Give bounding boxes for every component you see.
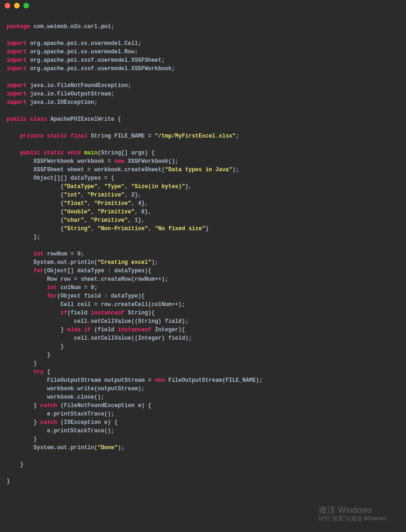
- string: "Primitive": [97, 209, 134, 215]
- type: Integer: [155, 327, 178, 333]
- string: "String": [64, 226, 91, 232]
- minimize-icon[interactable]: [14, 3, 20, 8]
- ident: workbook: [47, 386, 74, 392]
- type: Row: [47, 276, 57, 283]
- string: "Data types in Java": [165, 167, 232, 173]
- ident: row: [60, 276, 71, 283]
- activate-subtitle: 转到"设置"以激活 Windows。: [319, 514, 392, 523]
- ident: field: [71, 310, 87, 316]
- keyword: new: [114, 158, 124, 165]
- ident: cell: [74, 335, 87, 342]
- string: "Type": [104, 183, 124, 190]
- ident: row: [101, 301, 111, 308]
- ident: workbook: [77, 158, 104, 165]
- string: "Non-Primitive": [97, 226, 148, 232]
- string: "float": [64, 200, 87, 207]
- method: setCellValue: [91, 318, 131, 325]
- activate-windows-watermark: 激活 Windows 转到"设置"以激活 Windows。: [319, 506, 392, 523]
- method: printStackTrace: [54, 411, 104, 417]
- keyword: new: [155, 377, 165, 384]
- keyword: import: [7, 49, 27, 55]
- keyword: catch: [40, 419, 57, 426]
- editor-window: package com.weimob.o2o.carl.poi; import …: [0, 0, 406, 488]
- method: printStackTrace: [54, 428, 104, 434]
- string: "Done": [97, 445, 117, 451]
- string: "Size(in bytes)": [131, 183, 185, 190]
- type: FileOutputStream: [47, 377, 101, 384]
- ident: sheet: [80, 276, 97, 283]
- ident: sheet: [67, 167, 84, 173]
- ident: e: [47, 428, 50, 434]
- ident: dataType: [111, 293, 138, 299]
- ident: dataTypes: [71, 175, 101, 182]
- ident: field: [165, 318, 182, 325]
- ident: dataTypes: [114, 268, 145, 274]
- number: 4: [138, 200, 141, 207]
- string: "int": [64, 192, 80, 198]
- ident: workbook: [47, 394, 74, 401]
- keyword: import: [7, 57, 27, 64]
- method: write: [77, 386, 94, 392]
- ident: e: [138, 402, 141, 409]
- string: "No fixed size": [155, 226, 205, 232]
- type: String: [128, 310, 148, 316]
- method: createRow: [101, 276, 131, 283]
- ident: out: [57, 259, 67, 266]
- keyword: void: [67, 150, 81, 156]
- string: "Primitive": [91, 217, 128, 224]
- package-name: com.weimob.o2o.carl.poi: [34, 23, 111, 30]
- ident: field: [168, 335, 185, 342]
- ident: e: [104, 419, 108, 426]
- import-stmt: org.apache.poi.ss.usermodel.Cell: [30, 40, 138, 47]
- keyword: static: [44, 150, 64, 156]
- code-area[interactable]: package com.weimob.o2o.carl.poi; import …: [0, 11, 406, 488]
- string: "DataType": [64, 183, 97, 190]
- close-icon[interactable]: [5, 3, 10, 8]
- class-name: ApachePOIExcelWrite: [51, 116, 115, 123]
- keyword: int: [34, 251, 44, 257]
- import-stmt: org.apache.poi.xssf.usermodel.XSSFWorkbo…: [30, 66, 171, 72]
- method-name: main: [84, 150, 98, 156]
- ident: field: [97, 327, 114, 333]
- type: String[]: [101, 150, 128, 156]
- ident: colNum: [152, 301, 172, 308]
- string: "Primitive": [94, 200, 131, 207]
- keyword: import: [7, 99, 27, 106]
- title-bar: [0, 0, 406, 11]
- keyword: try: [34, 369, 44, 375]
- type: Cell: [60, 301, 74, 308]
- number: 1: [135, 217, 138, 224]
- keyword: import: [7, 91, 27, 97]
- ident: cell: [74, 318, 87, 325]
- ident: System: [34, 445, 54, 451]
- ident: FILE_NAME: [225, 377, 256, 384]
- import-stmt: org.apache.poi.xssf.usermodel.XSSFSheet: [30, 57, 161, 64]
- keyword: package: [7, 23, 30, 30]
- import-stmt: java.io.FileOutputStream: [30, 91, 111, 97]
- ident: cell: [77, 301, 91, 308]
- type: Object: [47, 268, 67, 274]
- string: "double": [64, 209, 91, 215]
- method: println: [71, 259, 94, 266]
- keyword: if: [84, 327, 91, 333]
- ident: field: [84, 293, 101, 299]
- keyword: for: [47, 293, 57, 299]
- string: "/tmp/MyFirstExcel.xlsx": [155, 133, 236, 139]
- ident: outputStream: [104, 377, 145, 384]
- keyword: else: [67, 327, 81, 333]
- number: 2: [131, 192, 134, 198]
- ident: rowNum: [135, 276, 155, 283]
- ident: outputStream: [97, 386, 138, 392]
- type: FileNotFoundException: [64, 402, 134, 409]
- type: String: [91, 133, 111, 139]
- keyword: private: [20, 133, 44, 139]
- type: FileOutputStream: [168, 377, 222, 384]
- keyword: import: [7, 40, 27, 47]
- method: createSheet: [124, 167, 161, 173]
- type: XSSFWorkbook: [34, 158, 74, 165]
- keyword: class: [30, 116, 47, 123]
- maximize-icon[interactable]: [23, 3, 29, 8]
- ident: out: [57, 445, 67, 451]
- import-stmt: java.io.IOException: [30, 99, 94, 106]
- keyword: if: [60, 310, 67, 316]
